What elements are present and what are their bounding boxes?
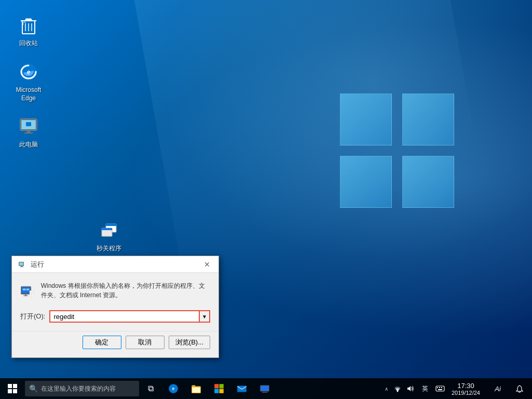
tray-volume-icon[interactable] [405, 378, 415, 399]
run-dialog-cancel-button[interactable]: 取消 [126, 336, 165, 349]
run-title-icon [18, 260, 26, 269]
taskbar-edge-button[interactable]: e [162, 378, 185, 399]
svg-rect-9 [24, 132, 33, 134]
svg-rect-30 [13, 384, 17, 388]
svg-rect-49 [441, 387, 442, 388]
shutdown-program-image [97, 218, 121, 243]
svg-rect-22 [26, 288, 30, 290]
svg-rect-46 [436, 386, 444, 391]
taskbar-mail-button[interactable] [230, 378, 253, 399]
svg-text:e: e [27, 68, 30, 76]
taskbar-store-icon [213, 383, 225, 394]
run-dialog-input-row: 打开(O): ▼ [12, 306, 219, 329]
taskbar-tray: ∧ [383, 378, 445, 399]
taskbar-edge-icon: e [168, 383, 179, 394]
svg-rect-32 [13, 389, 17, 393]
run-dialog-ok-button[interactable]: 确定 [83, 336, 121, 349]
run-dialog-dropdown-button[interactable]: ▼ [200, 310, 210, 323]
run-dialog-buttons: 确定 取消 浏览(B)... [12, 331, 219, 357]
svg-text:e: e [172, 385, 175, 391]
run-dialog-browse-button[interactable]: 浏览(B)... [169, 336, 210, 349]
recycle-bin-image [16, 12, 41, 37]
volume-icon [406, 385, 414, 392]
run-dialog-input-field[interactable] [49, 310, 200, 323]
taskbar-notification-button[interactable] [511, 378, 528, 399]
run-input-container: ▼ [49, 310, 210, 323]
taskbar: 🔍 在这里输入你要搜索的内容 ⧉ e [0, 378, 532, 399]
svg-rect-18 [20, 267, 23, 267]
task-view-button[interactable]: ⧉ [139, 378, 162, 399]
svg-rect-48 [439, 387, 440, 388]
thispc-label: 此电脑 [19, 141, 38, 149]
network-icon [393, 385, 402, 392]
svg-rect-47 [437, 387, 438, 388]
run-dialog-content: Windows 将根据你所输入的名称，为你打开相应的程序、文件夹、文档或 Int… [12, 273, 219, 306]
edge-image: e [16, 59, 41, 84]
run-dialog: 运行 ✕ Windows 将根据你所 [11, 256, 219, 358]
taskbar-remote-icon [259, 383, 270, 394]
thispc-desktop-icon[interactable]: 此电脑 [8, 112, 49, 151]
taskbar-search-box[interactable]: 🔍 在这里输入你要搜索的内容 [25, 381, 139, 396]
desktop: 回收站 e Microsoft Edge [0, 0, 532, 399]
taskbar-mail-icon [236, 383, 248, 394]
svg-rect-10 [26, 122, 31, 126]
run-dialog-title-left: 运行 [18, 260, 44, 269]
run-dialog-input-label: 打开(O): [20, 312, 45, 321]
run-dialog-description-text: Windows 将根据你所输入的名称，为你打开相应的程序、文件夹、文档或 Int… [41, 281, 210, 300]
shutdown-program-label: 秒关程序 [97, 245, 121, 253]
recycle-bin-label: 回收站 [19, 39, 38, 48]
taskbar-clock[interactable]: 17:30 2019/12/24 [447, 378, 484, 399]
taskbar-ai-label: Ai [495, 385, 501, 393]
run-dialog-main-icon [20, 281, 35, 302]
clock-date: 2019/12/24 [452, 390, 480, 396]
taskbar-search-placeholder: 在这里输入你要搜索的内容 [41, 384, 116, 393]
svg-rect-50 [438, 389, 442, 390]
svg-rect-38 [220, 384, 224, 388]
shutdown-program-icon[interactable]: 秒关程序 [88, 216, 130, 255]
svg-rect-37 [214, 384, 219, 388]
svg-rect-39 [214, 389, 219, 393]
svg-point-45 [397, 391, 398, 392]
svg-rect-36 [192, 388, 200, 393]
taskbar-store-button[interactable] [208, 378, 230, 399]
run-dialog-titlebar: 运行 ✕ [12, 256, 219, 273]
svg-rect-12 [106, 224, 116, 226]
run-dialog-close-button[interactable]: ✕ [202, 259, 212, 270]
taskbar-search-icon: 🔍 [29, 384, 38, 393]
recycle-bin-icon[interactable]: 回收站 [8, 10, 49, 50]
svg-rect-40 [220, 389, 224, 393]
tray-expand-button[interactable]: ∧ [383, 386, 390, 392]
svg-rect-29 [8, 384, 12, 388]
task-view-icon: ⧉ [148, 384, 154, 393]
tray-keyboard-icon[interactable] [435, 378, 445, 399]
windows-logo-bg [340, 94, 454, 208]
taskbar-right: ∧ [383, 378, 532, 399]
tray-network-icon[interactable] [392, 378, 403, 399]
svg-rect-14 [102, 228, 112, 230]
edge-label-line1: Microsoft [16, 86, 42, 95]
tray-language-icon[interactable]: 英 [417, 378, 433, 399]
windows-start-icon [8, 384, 17, 393]
svg-rect-31 [8, 389, 12, 393]
svg-rect-44 [262, 392, 268, 393]
start-button[interactable] [0, 378, 25, 399]
taskbar-ai-button[interactable]: Ai [486, 378, 509, 399]
edge-desktop-icon[interactable]: e Microsoft Edge [8, 57, 49, 104]
notification-icon [515, 384, 524, 393]
taskbar-explorer-button[interactable] [185, 378, 208, 399]
taskbar-explorer-icon [190, 383, 202, 394]
edge-label-line2: Edge [21, 95, 36, 103]
run-dialog-title-text: 运行 [31, 260, 44, 269]
taskbar-remote-button[interactable] [253, 378, 276, 399]
thispc-image [16, 114, 41, 139]
keyboard-icon [435, 385, 445, 392]
svg-rect-21 [23, 288, 26, 290]
svg-rect-24 [23, 296, 28, 296]
svg-rect-43 [261, 386, 268, 391]
svg-rect-16 [19, 262, 23, 265]
clock-time: 17:30 [457, 382, 474, 390]
